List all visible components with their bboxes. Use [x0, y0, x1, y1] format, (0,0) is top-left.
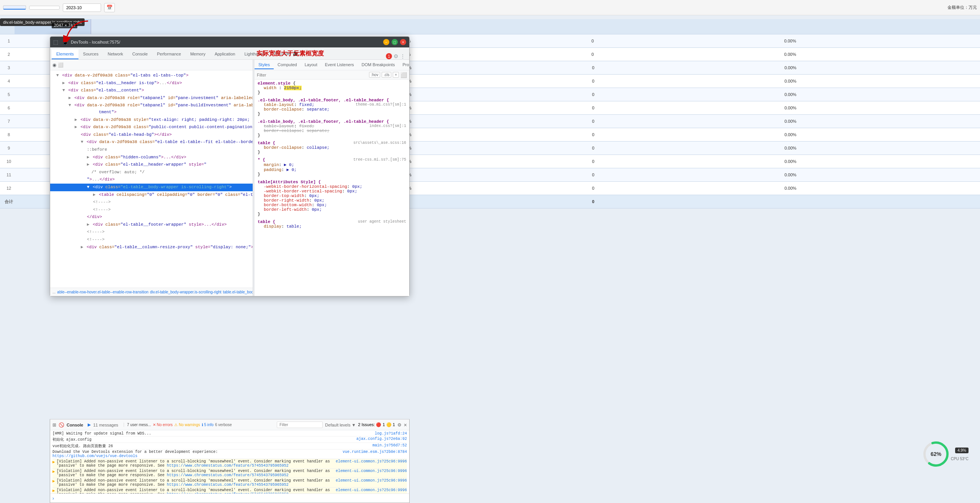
filter-cls-button[interactable]: .cls	[382, 72, 391, 78]
console-source[interactable]: element-ui.common.js?25c96:9996	[336, 488, 407, 492]
row-cell: 0.00%	[400, 65, 592, 70]
console-source[interactable]: element-ui.common.js?25c96:9996	[336, 459, 407, 464]
elements-content[interactable]: ▼ <div data-v-2df09a38 class="el-tabs el…	[50, 70, 253, 288]
console-source[interactable]: log.js?1afd:24	[375, 431, 407, 436]
filter-toggle-icon[interactable]: ⬜	[400, 72, 407, 78]
css-prop-display: display: table;	[258, 224, 406, 229]
elem-line-selected[interactable]: ▼ <div class="el-table__body-wrapper is-…	[50, 184, 253, 191]
row-cell: 0	[592, 65, 784, 70]
elem-line-9[interactable]: ▼ <div data-v-2df09a38 class="el-table e…	[50, 138, 253, 146]
elem-line-3[interactable]: ▼ <div class="el-tabs__content">	[50, 87, 253, 94]
console-source[interactable]: ajax.config.js?2e6a:92	[356, 437, 407, 441]
console-source[interactable]: vue.runtime.esm.js?2b0e:8784	[343, 450, 407, 454]
tab-performance[interactable]: Performance	[152, 49, 186, 59]
console-settings-icon[interactable]: ⊞	[52, 422, 56, 428]
more-icon[interactable]: ⋮	[400, 53, 405, 59]
toggle-arrow[interactable]: ▶	[93, 192, 96, 197]
console-content[interactable]: [HMR] Waiting for update signal from WDS…	[50, 430, 409, 493]
elem-line-resize[interactable]: ▶ <div class="el-table__column-resize-pr…	[50, 244, 253, 251]
toggle-arrow[interactable]: ▶	[87, 222, 90, 227]
toggle-arrow[interactable]: ▶	[87, 155, 90, 160]
tab-event-listeners[interactable]: Event Listeners	[321, 61, 358, 69]
elem-line-1[interactable]: ▼ <div data-v-2df09a38 class="el-tabs el…	[50, 72, 253, 80]
elem-line-table[interactable]: ▶ <table cellspacing="0" cellpadding="0"…	[50, 191, 253, 199]
tab-application[interactable]: Application	[210, 49, 240, 59]
elem-line-4[interactable]: ▶ <div data-v-2df09a38 role="tabpanel" i…	[50, 94, 253, 102]
elem-line-footer[interactable]: ▶ <div class="el-table__footer-wrapper" …	[50, 221, 253, 229]
row-cell: 0	[592, 146, 784, 150]
css-prop-value: 0px;	[309, 194, 319, 198]
css-selector-line: element.style {	[258, 81, 406, 86]
row-cell: 0.00%	[784, 92, 977, 97]
elem-line-6[interactable]: ▶ <div data-v-2df09a38 style="text-align…	[50, 116, 253, 124]
toggle-arrow[interactable]: ▶	[75, 117, 77, 122]
tab2[interactable]	[29, 6, 60, 10]
elem-line-10[interactable]: ▶ <div class="hidden-columns">...</div>	[50, 154, 253, 161]
toggle-arrow[interactable]: ▼	[56, 73, 59, 78]
devtools-inspect-icon[interactable]: ⬚	[53, 39, 58, 45]
toggle-arrow[interactable]: ▼	[81, 140, 83, 144]
elem-line-7[interactable]: ▶ <div data-v-2df09a38 class="public-con…	[50, 124, 253, 131]
tab-computed[interactable]: Computed	[274, 61, 301, 69]
settings-icon[interactable]: ⚙	[394, 53, 399, 59]
breadcrumb-item-1[interactable]: able--enable-row-hover.el-table--enable-…	[57, 290, 148, 294]
messages-group[interactable]: ▶	[88, 422, 91, 427]
console-close-icon[interactable]: ×	[404, 422, 407, 428]
tab-network[interactable]: Network	[103, 49, 127, 59]
tab1[interactable]	[3, 5, 26, 10]
tab-elements[interactable]: Elements	[52, 49, 78, 59]
elem-line-5[interactable]: ▼ <div data-v-2df09a38 role="tabpanel" i…	[50, 102, 253, 116]
css-rule-element-style: element.style { width : 2150px; }	[258, 81, 406, 95]
tab-styles[interactable]: Styles	[255, 61, 274, 69]
toggle-arrow[interactable]: ▶	[69, 96, 71, 100]
filter-info[interactable]: ℹ 5 info	[202, 423, 214, 427]
filter-input[interactable]	[257, 73, 368, 77]
date-input[interactable]	[63, 3, 101, 12]
devtools-minimize-button[interactable]: −	[383, 39, 389, 45]
row-cell: 0	[592, 132, 784, 137]
devtools-maximize-button[interactable]: □	[392, 39, 398, 45]
console-levels-dropdown[interactable]: Default levels ▼	[325, 423, 356, 427]
toggle-arrow[interactable]: ▼	[69, 103, 71, 107]
tab-properties[interactable]: Properties	[399, 61, 409, 69]
console-source[interactable]: element-ui.common.js?25c96:9996	[336, 479, 407, 483]
breadcrumb-item-2[interactable]: div.el-table_body-wrapper.is-scrolling-r…	[150, 290, 222, 294]
filter-verbose[interactable]: 6 verbose	[215, 423, 232, 427]
filter-warnings[interactable]: ⚠ No warnings	[174, 423, 200, 427]
attr-name: data-v-2df09a38	[87, 96, 125, 100]
toggle-arrow[interactable]: ▶	[62, 81, 65, 85]
toggle-arrow[interactable]: ▼	[62, 88, 65, 93]
elem-line-11[interactable]: ▶ <div class="el-table__header-wrapper" …	[50, 161, 253, 169]
tab-console[interactable]: Console	[128, 49, 152, 59]
elem-line-2[interactable]: ▶ <div class="el-tabs__header is-top">..…	[50, 80, 253, 87]
console-clear-icon[interactable]: 🚫	[59, 422, 64, 428]
styles-content[interactable]: element.style { width : 2150px; }	[255, 80, 409, 296]
tab-layout[interactable]: Layout	[301, 61, 321, 69]
filter-user-msg[interactable]: 7 user mess...	[127, 423, 151, 427]
console-source[interactable]: element-ui.common.js?25c96:9996	[336, 469, 407, 473]
console-repl-input[interactable]	[54, 496, 407, 501]
console-filter-input[interactable]	[277, 422, 323, 428]
elem-line-close1[interactable]: </div>	[50, 213, 253, 221]
tab-memory[interactable]: Memory	[186, 49, 210, 59]
css-selector: table[Attributes Style] {	[258, 180, 321, 184]
tag: <div	[74, 103, 87, 107]
toggle-arrow[interactable]: ▶	[75, 125, 77, 129]
elem-line-8[interactable]: <div class="el-table-head-bg"></div>	[50, 131, 253, 139]
toggle-arrow[interactable]: ▼	[87, 185, 90, 189]
tab-dom-breakpoints[interactable]: DOM Breakpoints	[358, 61, 399, 69]
filter-plus-button[interactable]: +	[393, 72, 399, 78]
breadcrumb-item-3[interactable]: table.el-table_body	[223, 290, 253, 294]
console-config-icon[interactable]: ⚙	[397, 422, 402, 428]
toggle-arrow[interactable]: ▶	[87, 162, 90, 167]
filter-errors[interactable]: ✕ No errors	[153, 423, 173, 427]
tab-sources[interactable]: Sources	[78, 49, 103, 59]
filter-hov-button[interactable]: :hov	[369, 72, 380, 78]
calendar-button[interactable]: 📅	[104, 3, 115, 12]
toggle-arrow[interactable]: ▶	[81, 245, 83, 249]
elem-line-13[interactable]: ">...</div>	[50, 176, 253, 184]
elem-line-12[interactable]: /* overflow: auto; */	[50, 169, 253, 176]
devtools-close-button[interactable]: ×	[400, 39, 406, 45]
elem-line-before[interactable]: ::before	[50, 146, 253, 154]
console-source[interactable]: main.js?56d7:52	[372, 443, 407, 448]
